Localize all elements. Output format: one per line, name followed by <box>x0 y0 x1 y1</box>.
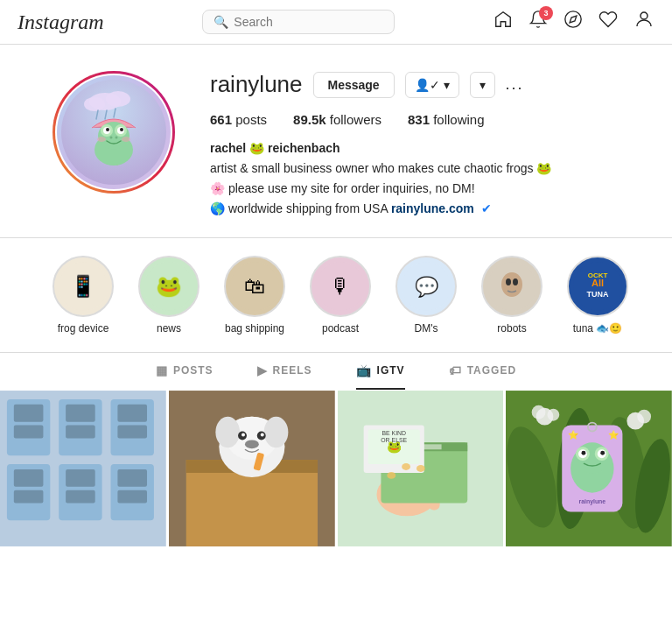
svg-text:⭐: ⭐ <box>608 429 620 440</box>
verified-icon: ✔ <box>481 201 492 215</box>
posts-label: posts <box>235 112 267 127</box>
svg-text:TUNA: TUNA <box>587 290 609 299</box>
search-input[interactable] <box>234 15 383 29</box>
header: Instagram 🔍 3 <box>0 0 672 45</box>
svg-text:🛍: 🛍 <box>244 274 265 298</box>
notification-badge: 3 <box>539 6 553 20</box>
search-bar[interactable]: 🔍 <box>202 10 395 34</box>
profile-info: rainylune Message 👤✓ ▾ ▾ ... 661 posts 8… <box>210 71 637 220</box>
svg-point-69 <box>261 433 264 436</box>
highlight-circle-dms: 💬 <box>396 256 457 317</box>
profile-website-link[interactable]: rainylune.com <box>391 201 474 215</box>
highlight-label-podcast: podcast <box>322 322 359 335</box>
svg-point-18 <box>110 137 113 139</box>
tagged-tab-label: TAGGED <box>467 364 516 377</box>
instagram-logo[interactable]: Instagram <box>18 11 104 34</box>
highlight-item[interactable]: 💬 DM's <box>396 256 457 335</box>
svg-point-88 <box>416 465 424 472</box>
highlight-item[interactable]: robots <box>481 256 542 335</box>
svg-rect-46 <box>66 426 95 439</box>
highlight-item[interactable]: OCKT All TUNA tuna 🐟🙂 <box>567 256 628 335</box>
svg-text:All: All <box>592 278 604 288</box>
svg-point-16 <box>106 128 109 131</box>
highlight-item[interactable]: 📱 frog device <box>52 256 114 335</box>
svg-text:🎙: 🎙 <box>330 274 351 298</box>
header-nav: 3 <box>494 9 654 35</box>
post-item[interactable]: 🐸 BE KIND OR ELSE <box>338 390 504 556</box>
highlight-item[interactable]: 🛍 bag shipping <box>224 256 285 335</box>
svg-text:⭐: ⭐ <box>568 429 579 440</box>
svg-point-33 <box>501 272 522 297</box>
highlight-item[interactable]: 🎙 podcast <box>310 256 371 335</box>
home-icon[interactable] <box>494 10 513 34</box>
svg-rect-42 <box>14 405 44 422</box>
svg-rect-55 <box>66 490 95 504</box>
svg-rect-48 <box>117 405 147 422</box>
posts-count: 661 <box>210 112 232 127</box>
profile-bio: rachel 🐸 reichenbach artist & small busi… <box>210 139 637 218</box>
svg-point-106 <box>582 451 586 455</box>
svg-rect-43 <box>14 426 44 439</box>
svg-point-5 <box>106 91 130 107</box>
following-stat[interactable]: 831 following <box>408 112 485 127</box>
posts-tab-label: POSTS <box>173 364 214 377</box>
tab-tagged[interactable]: 🏷 TAGGED <box>449 363 516 390</box>
followers-stat[interactable]: 89.5k followers <box>293 112 382 127</box>
svg-point-2 <box>640 12 648 19</box>
highlight-label-robots: robots <box>497 322 526 335</box>
svg-point-6 <box>84 97 105 111</box>
heart-icon[interactable] <box>598 10 618 34</box>
post-item[interactable]: ⭐ ⭐ rainylune <box>506 390 672 556</box>
follow-button[interactable]: 👤✓ ▾ <box>405 72 459 98</box>
svg-rect-45 <box>66 405 95 422</box>
profile-section: rainylune Message 👤✓ ▾ ▾ ... 661 posts 8… <box>0 45 672 237</box>
svg-point-20 <box>97 137 106 142</box>
profile-icon[interactable] <box>634 9 654 35</box>
svg-point-19 <box>116 137 118 139</box>
tab-igtv[interactable]: 📺 IGTV <box>356 363 405 390</box>
svg-point-87 <box>402 463 410 470</box>
tab-reels[interactable]: ▶ REELS <box>257 363 312 390</box>
more-options-button[interactable]: ... <box>506 75 524 94</box>
svg-rect-52 <box>14 490 44 504</box>
highlight-label-frog-device: frog device <box>58 322 109 335</box>
search-icon: 🔍 <box>214 15 228 29</box>
avatar[interactable] <box>52 71 175 194</box>
svg-point-95 <box>532 405 546 419</box>
explore-icon[interactable] <box>564 10 583 34</box>
profile-desc-line1: artist & small business owner who makes … <box>210 159 637 178</box>
svg-point-86 <box>387 472 396 479</box>
highlight-label-tuna: tuna 🐟🙂 <box>573 322 623 335</box>
svg-rect-57 <box>117 469 147 487</box>
highlight-circle-frog-device: 📱 <box>52 256 114 317</box>
svg-text:rainylune: rainylune <box>579 498 606 505</box>
svg-point-0 <box>565 11 581 27</box>
highlight-item[interactable]: 🐸 news <box>138 256 200 335</box>
svg-point-21 <box>122 137 130 142</box>
posts-icon: ▦ <box>156 363 168 377</box>
highlight-label-news: news <box>157 322 181 335</box>
svg-point-98 <box>637 410 651 424</box>
shipping-text: 🌎 worldwide shipping from USA <box>210 201 388 215</box>
following-count: 831 <box>408 112 430 127</box>
profile-real-name: rachel 🐸 reichenbach <box>210 139 637 158</box>
svg-point-64 <box>215 417 240 448</box>
post-item[interactable] <box>169 390 335 556</box>
dropdown-button[interactable]: ▾ <box>470 72 495 98</box>
post-item[interactable] <box>0 390 166 556</box>
notifications-icon[interactable]: 3 <box>528 10 548 34</box>
highlight-circle-news: 🐸 <box>138 256 200 317</box>
highlight-circle-podcast: 🎙 <box>310 256 371 317</box>
svg-rect-51 <box>14 469 44 487</box>
svg-point-96 <box>548 409 560 421</box>
highlight-circle-tuna: OCKT All TUNA <box>567 256 628 317</box>
svg-text:🐸: 🐸 <box>156 273 182 299</box>
highlight-label-bag-shipping: bag shipping <box>225 322 284 335</box>
svg-text:📱: 📱 <box>70 273 96 299</box>
posts-grid: 🐸 BE KIND OR ELSE <box>0 390 672 556</box>
message-button[interactable]: Message <box>313 72 395 98</box>
svg-marker-1 <box>570 16 577 23</box>
tab-posts[interactable]: ▦ POSTS <box>156 363 214 390</box>
svg-point-68 <box>242 433 245 436</box>
posts-stat[interactable]: 661 posts <box>210 112 267 127</box>
